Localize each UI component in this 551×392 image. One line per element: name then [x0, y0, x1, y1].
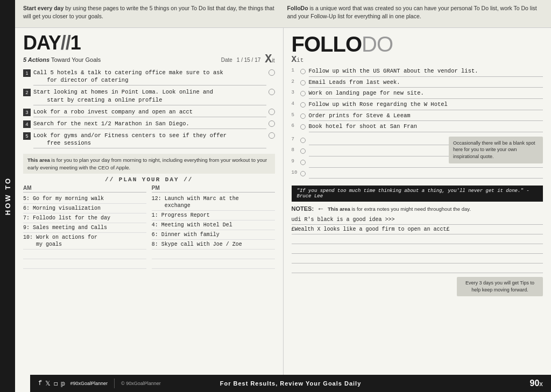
notes-desc-text: is for extra notes you might need throug… — [351, 206, 471, 212]
footer-divider — [114, 379, 115, 388]
quote-text: "If you spend too much time thinking abo… — [297, 188, 529, 199]
notes-line-1: udi R's black is a good idea >>> — [292, 215, 543, 225]
notes-arrow: ← — [317, 204, 324, 213]
action-item: 1 Call 5 hotels & talk to catering offic… — [23, 69, 275, 85]
schedule-grid: AM 5: Go for my morning walk 6: Morning … — [23, 185, 275, 392]
action-num-5: 5 — [23, 132, 31, 140]
plan-desc-text: is for you to plan your day from morning… — [27, 157, 267, 170]
action-circle-5 — [269, 132, 275, 139]
follodo-heading: FOLLODO — [292, 33, 543, 55]
action-circle-4 — [269, 120, 275, 127]
follodo-bold: FOLLO — [292, 32, 362, 56]
action-circle-1 — [269, 69, 275, 76]
action-num-2: 2 — [23, 89, 31, 96]
facebook-icon[interactable]: f — [38, 380, 42, 388]
pm-header: PM — [152, 185, 275, 193]
follodo-num-2: 2 — [292, 79, 298, 85]
notes-line-3 — [292, 234, 543, 244]
action-item: 3 Look for a robo invest company and ope… — [23, 108, 275, 117]
footer-copyright: © 90xGoalPlanner — [121, 381, 161, 386]
schedule-item: 9: Sales meeting and Calls — [23, 223, 146, 233]
follodo-item: 5 Order prints for Steve & Leeam — [292, 112, 543, 122]
follodo-item: 3 Work on landing page for new site. — [292, 90, 543, 99]
plan-desc-bold: This area — [27, 157, 50, 163]
pinterest-icon[interactable]: 𝕡 — [61, 380, 66, 388]
plan-description: This area is for you to plan your day fr… — [23, 154, 275, 174]
action-circle-3 — [269, 109, 275, 115]
schedule-item: 6: Morning visualization — [23, 204, 146, 213]
instagram-icon[interactable]: ◻ — [54, 380, 58, 388]
main-content: Start every day by using these pages to … — [15, 0, 551, 392]
footer-logo: 90x — [530, 379, 543, 388]
tips-box: Every 3 days you will get Tips to help k… — [457, 277, 543, 296]
follodo-dot-5 — [300, 113, 306, 119]
follodo-num-6: 6 — [292, 123, 298, 130]
schedule-item: 5: Go for my morning walk — [23, 194, 146, 204]
quote-bar: "If you spend too much time thinking abo… — [292, 186, 543, 202]
notes-line-2: £Wealth X looks like a good firm to open… — [292, 225, 543, 234]
schedule-item: 12: Launch with Marc at the exchange — [152, 194, 275, 211]
follodo-num-5: 5 — [292, 112, 298, 119]
follodo-text-6: Book hotel for shoot at San Fran — [309, 123, 543, 132]
five-actions-row: 5 Actions Toward Your Goals Date 1 / 15 … — [23, 54, 275, 66]
schedule-item: 8: Skype call with Joe / Zoe — [152, 240, 275, 250]
follodo-text-blank-10 — [309, 170, 543, 179]
footer-center-text: For Best Results, Review Your Goals Dail… — [220, 380, 362, 387]
instruction-left-bold: Start every day — [23, 5, 63, 11]
pm-column: PM 12: Launch with Marc at the exchange … — [152, 185, 275, 392]
schedule-item — [152, 259, 275, 269]
follodo-xit: Xit — [292, 55, 543, 65]
notes-section: NOTES: ← This area is for extra notes yo… — [292, 204, 543, 392]
notes-line-6 — [292, 263, 543, 273]
action-text-1: Call 5 hotels & talk to catering office … — [33, 69, 266, 85]
follodo-dot-1 — [300, 69, 306, 74]
notes-desc: This area is for extra notes you might n… — [328, 206, 471, 212]
twitter-icon[interactable]: 𝕏 — [45, 380, 51, 388]
action-num-4: 4 — [23, 120, 31, 128]
right-column: FOLLODO Xit 1 Follow up with the US GRAN… — [284, 28, 552, 392]
follodo-text-1: Follow up with the US GRANT about the ve… — [309, 68, 543, 77]
follodo-item: 4 Follow up with Rose regarding the W Ho… — [292, 101, 543, 110]
action-item: 4 Search for the next 1/2 Marathon in Sa… — [23, 120, 275, 129]
am-column: AM 5: Go for my morning walk 6: Morning … — [23, 185, 146, 392]
notes-line-4 — [292, 244, 543, 254]
xit-container: Xit — [265, 54, 274, 66]
five-actions-label: 5 Actions Toward Your Goals — [23, 56, 101, 63]
plan-header: // PLAN YOUR DAY // — [23, 176, 275, 183]
action-circle-2 — [269, 89, 275, 95]
notes-line-5 — [292, 254, 543, 263]
follodo-dot-2 — [300, 80, 306, 85]
action-text-5: Look for gyms and/or Fitness centers to … — [33, 132, 266, 148]
follodo-item: 6 Book hotel for shoot at San Fran — [292, 123, 543, 132]
five-actions-bold: 5 Actions — [23, 56, 50, 63]
follodo-text-5: Order prints for Steve & Leeam — [309, 112, 543, 122]
follodo-text-3: Work on landing page for new site. — [309, 90, 543, 99]
instruction-right: FolloDo is a unique word that was create… — [287, 4, 541, 23]
footer-left: f 𝕏 ◻ 𝕡 #90xGoalPlanner © 90xGoalPlanner — [38, 379, 161, 388]
schedule-item — [152, 250, 275, 259]
blank-items-area: 7 8 9 10 — [292, 137, 543, 181]
day-label: DAY — [23, 32, 61, 54]
follodo-num-3: 3 — [292, 90, 298, 96]
left-column: DAY//1 5 Actions Toward Your Goals Date … — [15, 28, 284, 392]
footer-logo-x: x — [539, 380, 543, 388]
follodo-dot-10 — [300, 171, 306, 176]
day-number: 1 — [70, 32, 81, 54]
schedule-item: 4: Meeting with Hotel Del — [152, 220, 275, 230]
instruction-left: Start every day by using these pages to … — [23, 4, 277, 23]
date-value: 1 / 15 / 17 — [237, 57, 260, 63]
follodo-num-7: 7 — [292, 137, 298, 143]
follodo-num-8: 8 — [292, 147, 298, 154]
date-label: Date — [221, 57, 232, 63]
action-items-list: 1 Call 5 hotels & talk to catering offic… — [23, 69, 275, 151]
action-item: 5 Look for gyms and/or Fitness centers t… — [23, 132, 275, 148]
schedule-item — [23, 259, 146, 269]
follodo-dot-4 — [300, 102, 306, 108]
follodo-dot-3 — [300, 91, 306, 96]
xit-mark: X — [265, 53, 272, 66]
how-to-label: HOW TO — [4, 177, 12, 215]
follodo-light: DO — [362, 32, 393, 56]
follodo-num-1: 1 — [292, 68, 298, 74]
schedule-item: 6: Dinner with family — [152, 230, 275, 240]
instruction-right-text: is a unique word that was created so you… — [287, 5, 537, 19]
